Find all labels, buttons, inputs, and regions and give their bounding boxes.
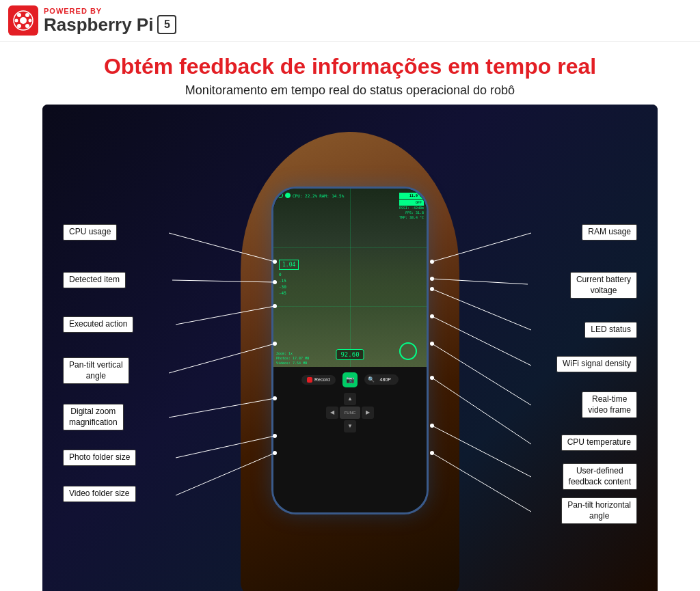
svg-point-6 [29,19,32,23]
folder-info: Zoom: 1x Photos: 17.87 MB Videos: 7.54 M… [276,351,309,366]
label-wifi-signal: WiFi signal density [556,356,637,372]
label-pan-tilt-vertical: Pan-tilt verticalangle [63,357,129,384]
angle-scale: 1.04 0 -15 -30 -45 [279,260,299,295]
label-pan-tilt-horizontal: Pan-tilt horizontalangle [561,497,637,524]
label-user-feedback: User-definedfeedback content [563,463,637,490]
header: POWERED BY Raspberry Pi 5 [0,0,700,42]
label-photo-folder: Photo folder size [63,450,136,466]
record-btn[interactable]: Record [301,375,336,385]
dpad-left[interactable]: ◀ [326,407,338,419]
label-led-status: LED status [584,322,637,338]
zoom-display: 92.60 [336,349,364,360]
phone-area: CPU usage Detected item Executed action … [42,105,658,591]
dpad-right[interactable]: ▶ [362,407,374,419]
dpad-down[interactable]: ▼ [344,420,356,432]
powered-by-text: POWERED BY [44,7,176,15]
label-ram-usage: RAM usage [582,224,637,240]
label-detected-item: Detected item [63,272,126,288]
diagram-container: CPU usage Detected item Executed action … [42,105,658,591]
svg-point-2 [20,17,27,24]
phone-mockup: CPU: 22.2% RAM: 14.5% 11.9 V OFF RSSI: -… [271,187,429,514]
label-digital-zoom: Digital zoommagnification [63,404,124,430]
rpi-text: POWERED BY Raspberry Pi 5 [44,7,176,35]
svg-point-3 [17,13,21,17]
title-section: Obtém feedback de informações em tempo r… [0,42,700,105]
camera-snap-btn[interactable]: 📷 [342,372,358,387]
resolution-badge: 480P [376,376,395,383]
raspberry-pi-icon [8,5,38,36]
svg-point-4 [25,13,29,17]
svg-point-7 [17,24,21,28]
rpi-logo: POWERED BY Raspberry Pi 5 [8,5,176,36]
label-realtime-video: Real-timevideo frame [582,391,637,418]
dpad-area: ▲ ◀ FUNC ▶ ▼ [326,393,374,432]
record-icon [307,377,312,383]
label-cpu-usage: CPU usage [63,224,117,240]
svg-point-8 [25,24,29,28]
phone-screen: CPU: 22.2% RAM: 14.5% 11.9 V OFF RSSI: -… [273,189,427,512]
camera-overlay-right: 11.9 V OFF RSSI: -42dBm FPS: 31.8 TMP: 3… [399,193,424,220]
control-area: Record 📷 🔍 480P [273,367,427,512]
dpad-up[interactable]: ▲ [344,393,356,405]
main-title: Obtém feedback de informações em tempo r… [14,54,686,79]
brand-name: Raspberry Pi [44,15,153,35]
circle-indicator [399,342,417,360]
camera-view: CPU: 22.2% RAM: 14.5% 11.9 V OFF RSSI: -… [273,189,427,367]
label-executed-action: Executed action [63,316,133,333]
func-btn[interactable]: FUNC [340,407,360,419]
svg-point-5 [15,19,18,23]
version-badge: 5 [157,15,176,34]
subtitle: Monitoramento em tempo real do status op… [14,83,686,98]
control-bar: Record 📷 🔍 480P [273,370,427,390]
label-battery-voltage: Current batteryvoltage [570,272,637,299]
label-video-folder: Video folder size [63,486,136,502]
label-cpu-temp: CPU temperature [561,435,637,451]
